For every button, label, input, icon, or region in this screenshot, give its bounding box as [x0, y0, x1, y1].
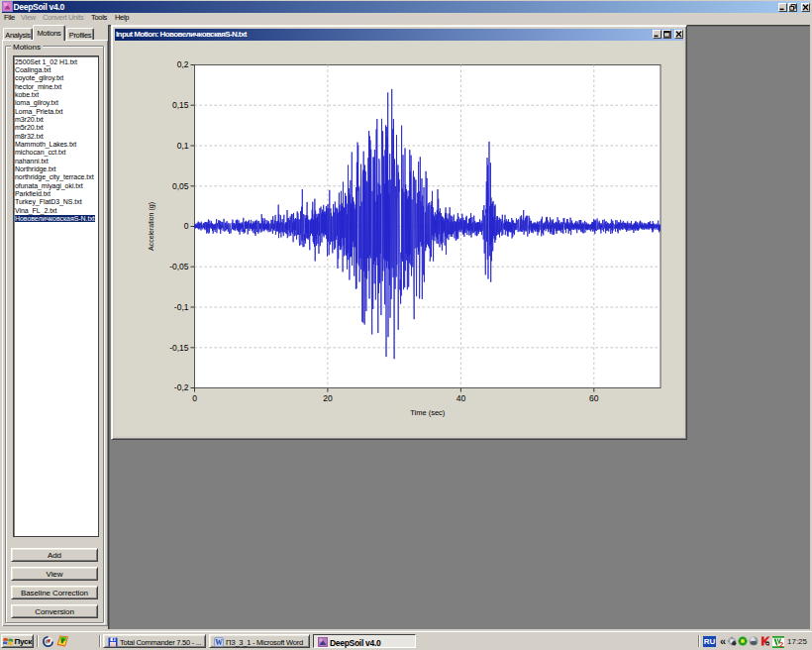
svg-text:40: 40	[457, 393, 466, 403]
svg-text:Time (sec): Time (sec)	[410, 408, 446, 417]
svg-text:0,2: 0,2	[177, 59, 189, 69]
svg-text:0: 0	[184, 221, 189, 231]
svg-text:-0,05: -0,05	[169, 262, 189, 271]
svg-text:Acceleration (g): Acceleration (g)	[148, 202, 155, 251]
svg-text:0,05: 0,05	[172, 181, 189, 191]
svg-text:-0,2: -0,2	[174, 382, 189, 392]
svg-text:-0,15: -0,15	[169, 343, 189, 353]
svg-text:-0,1: -0,1	[174, 302, 189, 312]
svg-text:0,1: 0,1	[177, 141, 189, 151]
svg-text:0,15: 0,15	[172, 100, 189, 110]
svg-text:60: 60	[589, 393, 599, 403]
svg-text:W: W	[215, 638, 223, 647]
svg-text:2: 2	[779, 639, 783, 648]
svg-text:20: 20	[323, 393, 333, 403]
svg-text:0: 0	[192, 393, 197, 403]
